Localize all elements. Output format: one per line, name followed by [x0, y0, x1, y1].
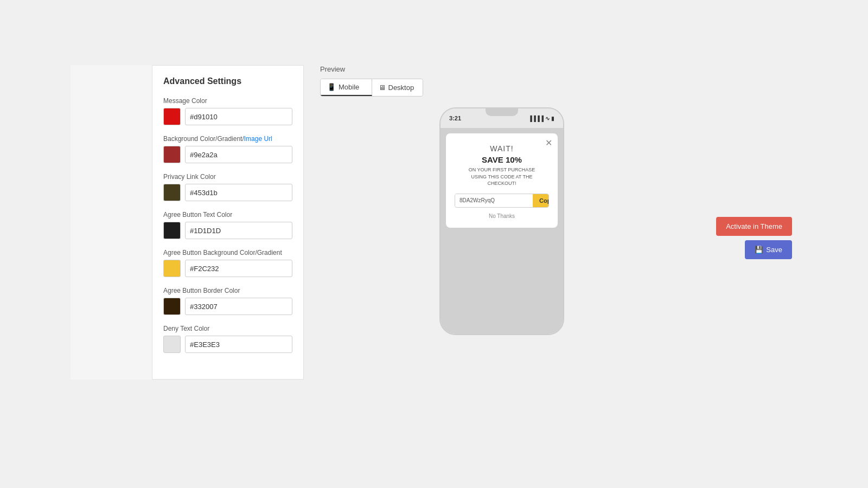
color-field-bg-color: Background Color/Gradient/Image Url: [163, 135, 292, 163]
mobile-tab-label: Mobile: [339, 83, 359, 91]
popup-no-thanks[interactable]: No Thanks: [455, 213, 549, 219]
message-color-label: Message Color: [163, 97, 292, 105]
main-content: Advanced Settings Message Color Backgrou…: [71, 65, 797, 380]
wifi-icon: ∿: [545, 115, 550, 121]
privacy-link-color-label: Privacy Link Color: [163, 173, 292, 181]
message-color-swatch[interactable]: [163, 108, 181, 125]
preview-toggle: 📱 Mobile 🖥 Desktop: [320, 79, 423, 97]
bg-color-swatch[interactable]: [163, 146, 181, 163]
settings-panel-title: Advanced Settings: [163, 76, 292, 86]
phone-notch: [486, 108, 518, 116]
agree-btn-bg-label: Agree Button Background Color/Gradient: [163, 249, 292, 256]
popup-code-input[interactable]: [455, 194, 533, 207]
bg-color-input-row: [163, 146, 292, 163]
privacy-link-color-input[interactable]: [185, 184, 292, 201]
deny-text-swatch[interactable]: [163, 336, 181, 353]
left-sidebar: [71, 65, 152, 380]
agree-btn-text-input-row: [163, 222, 292, 239]
agree-btn-border-label: Agree Button Border Color: [163, 287, 292, 294]
settings-panel: Advanced Settings Message Color Backgrou…: [152, 65, 304, 380]
color-field-message-color: Message Color: [163, 97, 292, 125]
message-color-input[interactable]: [185, 108, 292, 125]
popup-close-button[interactable]: ✕: [545, 138, 552, 148]
message-color-input-row: [163, 108, 292, 125]
save-icon: 💾: [755, 246, 763, 254]
save-button[interactable]: 💾 Save: [745, 240, 792, 259]
phone-mockup: 3:21 ▐▐▐▐ ∿ ▮ ✕ WAIT! SAVE 10% ON YOU: [439, 107, 564, 335]
agree-btn-border-swatch[interactable]: [163, 298, 181, 315]
deny-text-input[interactable]: [185, 336, 292, 353]
popup-card: ✕ WAIT! SAVE 10% ON YOUR FIRST PURCHASEU…: [446, 133, 558, 228]
preview-label: Preview: [320, 65, 684, 73]
phone-time: 3:21: [449, 115, 461, 121]
agree-btn-bg-input[interactable]: [185, 260, 292, 277]
deny-text-input-row: [163, 336, 292, 353]
popup-headline: SAVE 10%: [455, 155, 549, 164]
desktop-icon: 🖥: [379, 84, 386, 92]
agree-btn-border-input-row: [163, 298, 292, 315]
agree-btn-text-swatch[interactable]: [163, 222, 181, 239]
privacy-link-color-input-row: [163, 184, 292, 201]
popup-copy-button[interactable]: Copy: [533, 194, 549, 207]
battery-icon: ▮: [551, 115, 554, 121]
save-label: Save: [766, 246, 782, 254]
bg-color-input[interactable]: [185, 146, 292, 163]
popup-title: WAIT!: [455, 144, 549, 153]
agree-btn-text-label: Agree Button Text Color: [163, 211, 292, 219]
agree-btn-bg-input-row: [163, 260, 292, 277]
signal-icon: ▐▐▐▐: [528, 115, 544, 121]
privacy-link-color-swatch[interactable]: [163, 184, 181, 201]
color-field-agree-btn-bg: Agree Button Background Color/Gradient: [163, 249, 292, 277]
mobile-tab[interactable]: 📱 Mobile: [321, 79, 372, 96]
right-actions: Activate in Theme 💾 Save: [700, 65, 797, 380]
color-field-agree-btn-text: Agree Button Text Color: [163, 211, 292, 239]
deny-text-label: Deny Text Color: [163, 325, 292, 332]
popup-code-row: Copy: [455, 194, 549, 208]
bg-color-label: Background Color/Gradient/Image Url: [163, 135, 292, 143]
desktop-tab[interactable]: 🖥 Desktop: [372, 79, 423, 96]
phone-status-icons: ▐▐▐▐ ∿ ▮: [528, 115, 554, 121]
popup-subtitle: ON YOUR FIRST PURCHASEUSING THIS CODE AT…: [455, 166, 549, 187]
activate-in-theme-button[interactable]: Activate in Theme: [716, 217, 792, 236]
agree-btn-bg-swatch[interactable]: [163, 260, 181, 277]
image-url-link[interactable]: Image Url: [244, 135, 272, 143]
color-field-privacy-link-color: Privacy Link Color: [163, 173, 292, 201]
phone-screen: ✕ WAIT! SAVE 10% ON YOUR FIRST PURCHASEU…: [441, 128, 563, 334]
agree-btn-border-input[interactable]: [185, 298, 292, 315]
page-wrapper: Advanced Settings Message Color Backgrou…: [0, 0, 868, 488]
color-field-deny-text: Deny Text Color: [163, 325, 292, 353]
color-field-agree-btn-border: Agree Button Border Color: [163, 287, 292, 315]
mobile-icon: 📱: [327, 83, 336, 91]
preview-area: Preview 📱 Mobile 🖥 Desktop 3:21 ▐▐: [304, 65, 700, 380]
desktop-tab-label: Desktop: [388, 84, 414, 92]
agree-btn-text-input[interactable]: [185, 222, 292, 239]
